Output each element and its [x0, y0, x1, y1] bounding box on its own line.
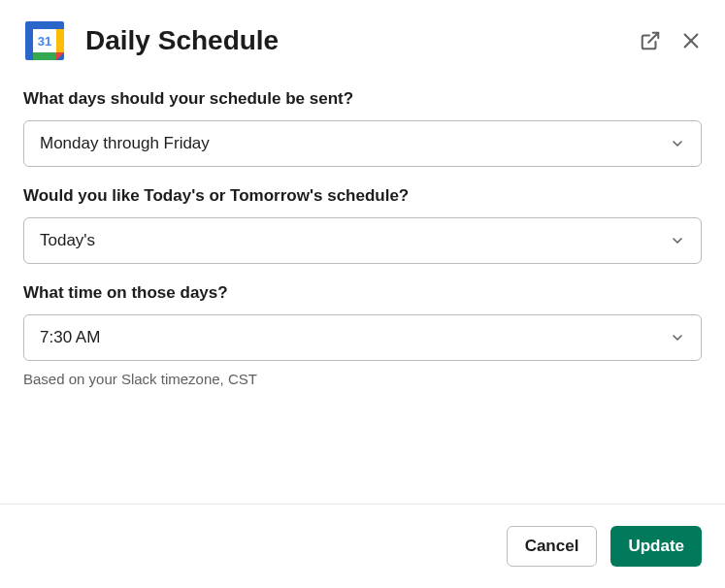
select-which[interactable]: Today's	[23, 217, 702, 264]
timezone-helper-text: Based on your Slack timezone, CST	[23, 371, 702, 387]
chevron-down-icon	[670, 330, 685, 345]
modal-title: Daily Schedule	[85, 25, 640, 56]
svg-rect-5	[33, 21, 56, 29]
svg-rect-2	[56, 29, 64, 52]
svg-rect-4	[25, 29, 33, 52]
cancel-button[interactable]: Cancel	[507, 526, 598, 567]
chevron-down-icon	[670, 136, 685, 151]
svg-rect-3	[33, 52, 56, 60]
field-time: What time on those days? 7:30 AM Based o…	[23, 283, 702, 387]
field-label-time: What time on those days?	[23, 283, 702, 303]
close-icon[interactable]	[680, 30, 702, 51]
select-which-value: Today's	[40, 231, 95, 250]
svg-line-7	[648, 33, 658, 43]
select-days[interactable]: Monday through Friday	[23, 120, 702, 167]
field-label-days: What days should your schedule be sent?	[23, 89, 702, 109]
header-actions	[640, 30, 702, 51]
select-time[interactable]: 7:30 AM	[23, 314, 702, 361]
modal-header: 31 Daily Schedule	[0, 0, 725, 80]
update-button[interactable]: Update	[610, 526, 702, 567]
svg-text:31: 31	[38, 34, 51, 49]
select-time-value: 7:30 AM	[40, 328, 100, 347]
field-days: What days should your schedule be sent? …	[23, 89, 702, 167]
modal-body: What days should your schedule be sent? …	[0, 80, 725, 504]
google-calendar-icon: 31	[23, 19, 66, 62]
select-days-value: Monday through Friday	[40, 134, 210, 153]
chevron-down-icon	[670, 233, 685, 248]
field-which: Would you like Today's or Tomorrow's sch…	[23, 186, 702, 264]
field-label-which: Would you like Today's or Tomorrow's sch…	[23, 186, 702, 206]
external-link-icon[interactable]	[640, 30, 661, 51]
modal-footer: Cancel Update	[0, 504, 725, 588]
